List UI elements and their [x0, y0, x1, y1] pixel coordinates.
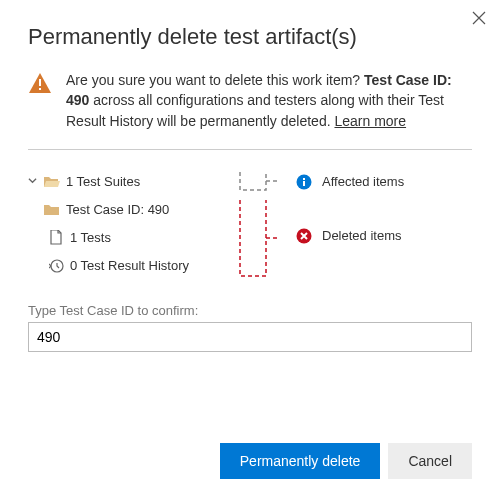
- file-icon: [48, 230, 64, 246]
- folder-icon: [44, 202, 60, 218]
- warning-message: Are you sure you want to delete this wor…: [28, 70, 472, 131]
- bracket-indicators: [238, 168, 286, 283]
- svg-rect-1: [39, 88, 41, 90]
- content-area: 1 Test Suites . Test Case ID: 490 . 1 Te…: [28, 168, 472, 283]
- svg-rect-0: [39, 79, 41, 86]
- tree-label-history: 0 Test Result History: [70, 258, 189, 273]
- legend-deleted-label: Deleted items: [322, 228, 401, 243]
- dialog-title: Permanently delete test artifact(s): [28, 24, 472, 50]
- tree-row-suites[interactable]: 1 Test Suites: [28, 168, 228, 196]
- confirm-label: Type Test Case ID to confirm:: [28, 303, 472, 318]
- error-icon: [296, 228, 312, 244]
- folder-open-icon: [44, 174, 60, 190]
- warning-icon: [28, 72, 52, 94]
- permanently-delete-button[interactable]: Permanently delete: [220, 443, 381, 479]
- separator: [28, 149, 472, 150]
- tree-label-case: Test Case ID: 490: [66, 202, 169, 217]
- warning-prefix: Are you sure you want to delete this wor…: [66, 72, 364, 88]
- svg-rect-7: [303, 178, 305, 180]
- tree-label-suites: 1 Test Suites: [66, 174, 140, 189]
- learn-more-link[interactable]: Learn more: [334, 113, 406, 129]
- chevron-down-icon[interactable]: [28, 176, 38, 187]
- legend-deleted: Deleted items: [296, 196, 472, 276]
- artifact-tree: 1 Test Suites . Test Case ID: 490 . 1 Te…: [28, 168, 228, 283]
- legend: Affected items Deleted items: [296, 168, 472, 283]
- tree-row-case[interactable]: . Test Case ID: 490: [28, 196, 228, 224]
- cancel-button[interactable]: Cancel: [388, 443, 472, 479]
- confirm-input[interactable]: [28, 322, 472, 352]
- legend-affected-label: Affected items: [322, 174, 404, 189]
- tree-row-tests[interactable]: . 1 Tests: [28, 224, 228, 252]
- warning-text: Are you sure you want to delete this wor…: [66, 70, 472, 131]
- svg-rect-6: [303, 181, 305, 186]
- info-icon: [296, 174, 312, 190]
- legend-affected: Affected items: [296, 168, 472, 196]
- tree-label-tests: 1 Tests: [70, 230, 111, 245]
- tree-row-history[interactable]: . 0 Test Result History: [28, 252, 228, 280]
- dialog-footer: Permanently delete Cancel: [0, 443, 500, 479]
- close-icon[interactable]: [472, 10, 486, 28]
- delete-artifacts-dialog: Permanently delete test artifact(s) Are …: [0, 0, 500, 501]
- history-icon: [48, 258, 64, 274]
